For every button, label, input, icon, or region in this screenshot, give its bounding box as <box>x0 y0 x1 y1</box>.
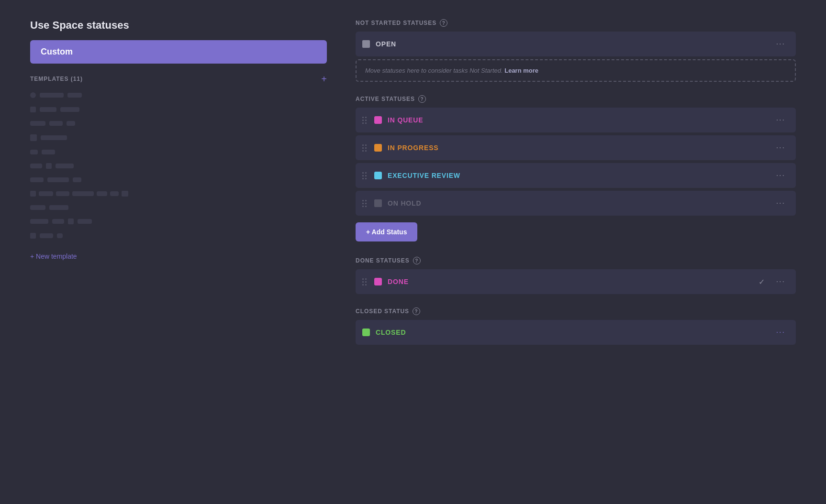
right-panel: NOT STARTED STATUSES ? OPEN ··· Move sta… <box>356 19 796 358</box>
in-progress-status-name: IN PROGRESS <box>388 144 767 152</box>
on-hold-options-button[interactable]: ··· <box>772 197 789 209</box>
open-status-name: OPEN <box>376 40 767 48</box>
list-item[interactable] <box>30 161 327 171</box>
in-progress-drag-handle[interactable] <box>362 144 367 152</box>
list-item[interactable] <box>30 189 327 198</box>
not-started-label: NOT STARTED STATUSES ? <box>356 19 796 27</box>
list-item[interactable] <box>30 175 327 184</box>
on-hold-status-name: ON HOLD <box>388 199 767 207</box>
page-title: Use Space statuses <box>30 19 327 32</box>
in-queue-drag-handle[interactable] <box>362 117 367 124</box>
done-label: DONE STATUSES ? <box>356 257 796 264</box>
status-row-done: DONE ✓ ··· <box>356 269 796 294</box>
active-label: ACTIVE STATUSES ? <box>356 95 796 103</box>
in-progress-color-dot <box>374 144 382 152</box>
executive-review-status-name: EXECUTIVE REVIEW <box>388 172 767 179</box>
template-list <box>30 90 327 241</box>
status-row-executive-review: EXECUTIVE REVIEW ··· <box>356 163 796 188</box>
in-queue-options-button[interactable]: ··· <box>772 114 789 126</box>
closed-section: CLOSED STATUS ? CLOSED ··· <box>356 307 796 345</box>
list-item[interactable] <box>30 132 327 143</box>
done-options-button[interactable]: ··· <box>772 275 789 288</box>
done-section: DONE STATUSES ? DONE ✓ ··· <box>356 257 796 294</box>
on-hold-drag-handle[interactable] <box>362 200 367 207</box>
executive-review-drag-handle[interactable] <box>362 172 367 179</box>
drop-zone: Move statuses here to consider tasks Not… <box>356 59 796 82</box>
list-item[interactable] <box>30 105 327 114</box>
closed-color-dot <box>362 329 370 336</box>
list-item[interactable] <box>30 217 327 226</box>
not-started-help-icon[interactable]: ? <box>440 19 447 27</box>
executive-review-color-dot <box>374 172 382 179</box>
done-drag-handle[interactable] <box>362 278 367 285</box>
on-hold-color-dot <box>374 199 382 207</box>
not-started-section: NOT STARTED STATUSES ? OPEN ··· Move sta… <box>356 19 796 82</box>
status-row-open: OPEN ··· <box>356 32 796 56</box>
templates-header: TEMPLATES (11) + <box>30 74 327 84</box>
closed-label: CLOSED STATUS ? <box>356 307 796 315</box>
status-row-in-queue: IN QUEUE ··· <box>356 108 796 132</box>
list-item[interactable] <box>30 148 327 156</box>
list-item[interactable] <box>30 203 327 212</box>
done-checkmark-icon: ✓ <box>759 277 765 286</box>
in-progress-options-button[interactable]: ··· <box>772 142 789 154</box>
new-template-link[interactable]: + New template <box>30 252 77 260</box>
in-queue-color-dot <box>374 116 382 124</box>
open-options-button[interactable]: ··· <box>772 38 789 50</box>
list-item[interactable] <box>30 119 327 128</box>
executive-review-options-button[interactable]: ··· <box>772 169 789 182</box>
custom-button[interactable]: Custom <box>30 40 327 64</box>
done-help-icon[interactable]: ? <box>413 257 421 264</box>
status-row-closed: CLOSED ··· <box>356 320 796 345</box>
closed-status-name: CLOSED <box>376 329 767 336</box>
learn-more-link[interactable]: Learn more <box>504 67 538 74</box>
status-row-on-hold: ON HOLD ··· <box>356 191 796 216</box>
active-section: ACTIVE STATUSES ? IN QUEUE ··· <box>356 95 796 243</box>
done-color-dot <box>374 278 382 285</box>
list-item[interactable] <box>30 231 327 241</box>
done-status-name: DONE <box>388 278 753 285</box>
list-item[interactable] <box>30 90 327 100</box>
open-color-dot <box>362 40 370 48</box>
in-queue-status-name: IN QUEUE <box>388 116 767 124</box>
status-row-in-progress: IN PROGRESS ··· <box>356 135 796 160</box>
templates-label: TEMPLATES (11) <box>30 76 83 82</box>
add-status-button[interactable]: + Add Status <box>356 222 417 241</box>
add-template-icon[interactable]: + <box>321 74 327 84</box>
closed-help-icon[interactable]: ? <box>413 307 420 315</box>
active-help-icon[interactable]: ? <box>418 95 426 103</box>
left-panel: Use Space statuses Custom TEMPLATES (11)… <box>30 19 327 358</box>
closed-options-button[interactable]: ··· <box>772 326 789 339</box>
